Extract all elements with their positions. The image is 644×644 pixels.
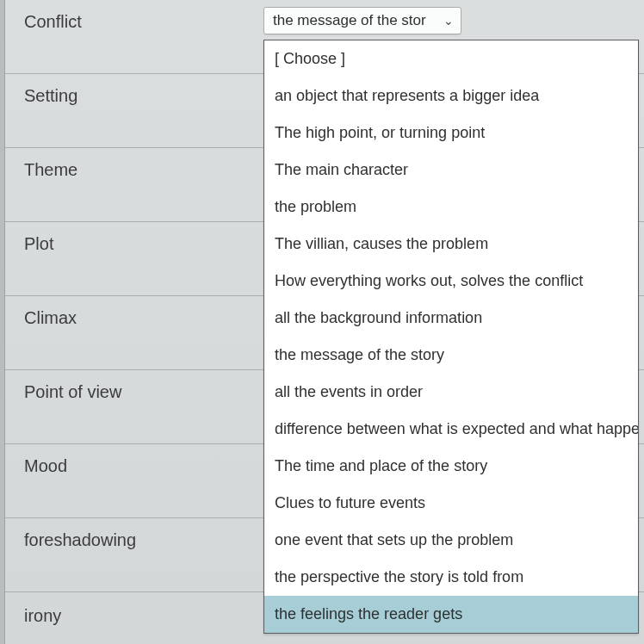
dropdown-option[interactable]: The villian, causes the problem	[264, 226, 638, 263]
dropdown-option[interactable]: The high point, or turning point	[264, 115, 638, 152]
dropdown-option[interactable]: all the background information	[264, 300, 638, 337]
term-label: Theme	[5, 153, 263, 180]
dropdown-option[interactable]: Clues to future events	[264, 485, 638, 522]
select-value: the message of the stor	[273, 12, 438, 29]
dropdown-option[interactable]: How everything works out, solves the con…	[264, 263, 638, 300]
dropdown-option[interactable]: The main character	[264, 152, 638, 189]
dropdown-option[interactable]: an object that represents a bigger idea	[264, 77, 638, 115]
term-label: Mood	[5, 449, 263, 476]
term-label: foreshadowing	[5, 523, 263, 550]
table-left-border	[0, 0, 5, 644]
chevron-down-icon: ⌄	[443, 14, 454, 28]
dropdown-option[interactable]: The time and place of the story	[264, 448, 638, 485]
term-label: Climax	[5, 301, 263, 328]
dropdown-option[interactable]: [ Choose ]	[264, 40, 638, 77]
dropdown-option[interactable]: the perspective the story is told from	[264, 559, 638, 596]
dropdown-option[interactable]: the message of the story	[264, 337, 638, 374]
dropdown-option[interactable]: all the events in order	[264, 374, 638, 411]
definition-select-conflict[interactable]: the message of the stor ⌄	[263, 7, 461, 34]
term-label: Point of view	[5, 375, 263, 402]
term-label: irony	[5, 599, 263, 626]
dropdown-option[interactable]: difference between what is expected and …	[264, 411, 638, 448]
dropdown-option[interactable]: the problem	[264, 189, 638, 226]
dropdown-option-highlighted[interactable]: the feelings the reader gets	[264, 596, 638, 633]
term-label: Setting	[5, 79, 263, 106]
term-label: Plot	[5, 227, 263, 254]
dropdown-option[interactable]: one event that sets up the problem	[264, 522, 638, 559]
definition-dropdown-listbox[interactable]: [ Choose ] an object that represents a b…	[263, 40, 639, 634]
term-label: Conflict	[5, 5, 263, 32]
